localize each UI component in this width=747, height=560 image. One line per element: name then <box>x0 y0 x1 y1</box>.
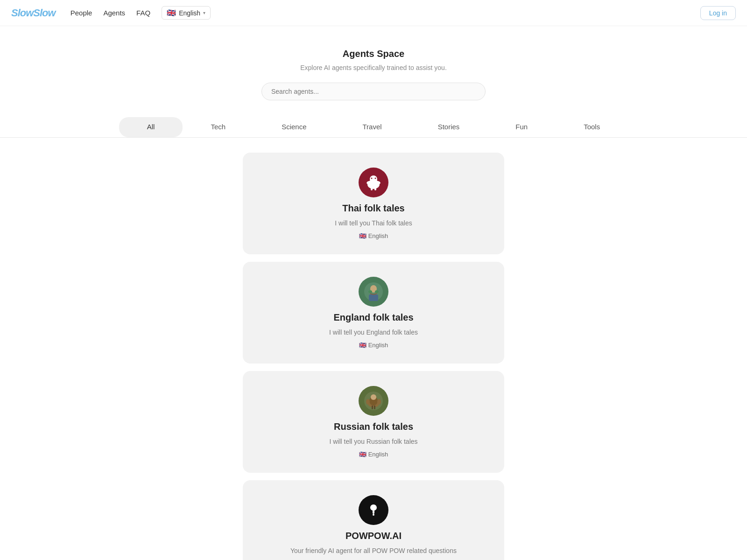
agent-lang-label-england: English <box>368 342 388 349</box>
agent-lang-russian: 🇬🇧 English <box>359 451 388 458</box>
navbar: SlowSlow People Agents FAQ 🇬🇧 English ▾ … <box>0 0 747 26</box>
nav-agents[interactable]: Agents <box>103 9 125 17</box>
svg-rect-11 <box>369 294 378 301</box>
elephant-icon <box>364 173 383 192</box>
agent-lang-thai: 🇬🇧 English <box>359 232 388 239</box>
agent-avatar-powpow <box>359 495 388 525</box>
agent-name-england: England folk tales <box>333 312 413 323</box>
svg-rect-20 <box>372 406 373 409</box>
svg-rect-5 <box>374 187 376 190</box>
svg-point-19 <box>377 399 381 405</box>
svg-point-18 <box>366 399 370 405</box>
agent-card-powpow[interactable]: POWPOW.AI Your friendly AI agent for all… <box>243 480 504 560</box>
nav-right: Log in <box>700 6 736 20</box>
tab-tech[interactable]: Tech <box>183 117 254 137</box>
agent-lang-england: 🇬🇧 English <box>359 342 388 349</box>
filter-tabs: All Tech Science Travel Stories Fun Tool… <box>0 117 747 138</box>
agent-lang-label-thai: English <box>368 232 388 239</box>
agent-lang-flag-england: 🇬🇧 <box>359 342 366 349</box>
language-flag: 🇬🇧 <box>167 8 176 17</box>
svg-point-8 <box>375 178 376 179</box>
agent-name-thai: Thai folk tales <box>342 203 404 214</box>
agent-card-thai[interactable]: Thai folk tales I will tell you Thai fol… <box>243 153 504 254</box>
chevron-down-icon: ▾ <box>203 10 205 15</box>
svg-point-17 <box>371 394 376 400</box>
agent-name-russian: Russian folk tales <box>334 421 413 432</box>
agent-desc-powpow: Your friendly AI agent for all POW POW r… <box>290 547 457 554</box>
agent-desc-russian: I will tell you Russian folk tales <box>329 438 417 445</box>
main-content: Agents Space Explore AI agents specifica… <box>0 26 747 560</box>
tab-travel[interactable]: Travel <box>335 117 410 137</box>
agent-card-russian[interactable]: Russian folk tales I will tell you Russi… <box>243 371 504 473</box>
agent-desc-thai: I will tell you Thai folk tales <box>335 219 412 227</box>
tab-fun[interactable]: Fun <box>487 117 556 137</box>
language-label: English <box>179 9 200 17</box>
tab-stories[interactable]: Stories <box>410 117 488 137</box>
agent-lang-flag-thai: 🇬🇧 <box>359 232 366 239</box>
nav-people[interactable]: People <box>70 9 92 17</box>
agent-card-england[interactable]: England folk tales I will tell you Engla… <box>243 262 504 364</box>
svg-rect-4 <box>371 187 373 190</box>
svg-point-13 <box>375 290 379 293</box>
agent-avatar-england <box>359 277 388 307</box>
svg-point-7 <box>371 178 373 179</box>
svg-point-23 <box>373 514 374 516</box>
page-title: Agents Space <box>343 49 404 59</box>
logo[interactable]: SlowSlow <box>11 7 56 19</box>
agent-lang-label-russian: English <box>368 451 388 458</box>
powpow-icon <box>363 500 384 520</box>
language-selector[interactable]: 🇬🇧 English ▾ <box>162 6 211 20</box>
agent-name-powpow: POWPOW.AI <box>345 531 402 541</box>
england-icon <box>363 281 384 302</box>
svg-point-12 <box>368 290 372 293</box>
nav-faq[interactable]: FAQ <box>136 9 150 17</box>
search-input[interactable] <box>261 83 486 100</box>
svg-rect-21 <box>374 406 375 409</box>
agent-cards-container: Thai folk tales I will tell you Thai fol… <box>0 153 747 560</box>
agent-avatar-thai <box>359 168 388 197</box>
page-subtitle: Explore AI agents specifically trained t… <box>300 64 447 71</box>
tab-science[interactable]: Science <box>254 117 334 137</box>
russian-icon <box>363 391 384 411</box>
login-button[interactable]: Log in <box>700 6 736 20</box>
tab-tools[interactable]: Tools <box>556 117 628 137</box>
agent-desc-england: I will tell you England folk tales <box>329 329 418 336</box>
agent-avatar-russian <box>359 386 388 416</box>
svg-point-6 <box>372 182 375 188</box>
nav-links: People Agents FAQ 🇬🇧 English ▾ <box>70 6 700 20</box>
agent-lang-flag-russian: 🇬🇧 <box>359 451 366 458</box>
tab-all[interactable]: All <box>119 117 183 137</box>
